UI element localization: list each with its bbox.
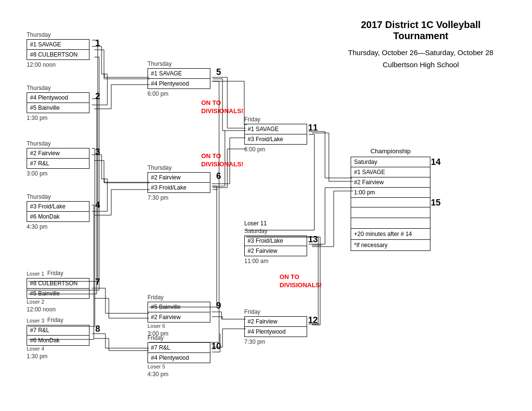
match-9-team1: #5 Bainville	[148, 302, 210, 312]
match-7-team1: #8 CULBERTSON	[27, 279, 89, 289]
match-9-loser-label: Loser 6	[148, 323, 210, 329]
match-13-container: Loser 11 Saturday 13 #3 Froid/Lake #2 Fa…	[244, 220, 307, 264]
match-4-day: Thursday	[27, 193, 89, 200]
match-10-loser-label: Loser 5	[148, 364, 210, 369]
match-2-num: 2	[95, 91, 100, 102]
match-11-container: Friday 11 #1 SAVAGE #3 Froid/Lake 6:00 p…	[244, 116, 307, 153]
match-3-team1: #2 Fairview	[27, 148, 89, 159]
match-8-day: Friday	[47, 317, 63, 323]
match-8-loser4-label: Loser 4	[27, 346, 44, 352]
tournament-venue: Culbertson High School	[339, 60, 503, 69]
tournament-dates: Thursday, October 26—Saturday, October 2…	[339, 48, 503, 57]
match-3-day: Thursday	[27, 140, 89, 147]
match-4-time: 4:30 pm	[27, 223, 89, 230]
match-14-team2: #2 Fairview	[351, 177, 430, 188]
championship-box: Saturday 14 #1 SAVAGE #2 Fairview 1:00 p…	[351, 157, 430, 251]
match-4-container: Thursday 4 #3 Froid/Lake #6 MonDak 4:30 …	[27, 193, 89, 230]
match-13-num: 13	[308, 235, 318, 245]
match-11-time: 6:00 pm	[244, 146, 307, 153]
match-2-day: Thursday	[27, 85, 89, 91]
match-3-box: #2 Fairview #7 R&L	[27, 148, 89, 169]
match-11-num: 11	[308, 123, 318, 133]
match-4-box: #3 Froid/Lake #6 MonDak	[27, 201, 89, 222]
match-2-time: 1:30 pm	[27, 115, 89, 121]
match-14-num: 14	[431, 157, 441, 167]
match-2-team2: #5 Bainville	[27, 103, 89, 113]
match-3-time: 3:00 pm	[27, 170, 89, 177]
match-7-loser2-label: Loser 2	[27, 299, 44, 305]
match-5-container: Thursday 5 #1 SAVAGE #4 Plentywood 6:00 …	[148, 60, 210, 97]
match-8-container: Loser 3 Friday 8 #7 R&L #6 MonDak Loser …	[27, 317, 89, 360]
match-5-time: 6:00 pm	[148, 90, 210, 97]
match-7-loser1-label: Loser 1	[27, 271, 44, 277]
championship-label: Championship	[351, 147, 430, 155]
match-6-num: 6	[216, 171, 221, 181]
match-9-team2: #2 Fairview	[148, 312, 210, 322]
match-1-day: Thursday	[27, 31, 89, 38]
match-6-time: 7:30 pm	[148, 194, 210, 201]
match-4-team1: #3 Froid/Lake	[27, 202, 89, 212]
match-14-team1: #1 SAVAGE	[351, 167, 430, 177]
match-10-time: 4:30 pm	[148, 371, 210, 378]
match-13-time: 11:00 am	[244, 258, 307, 264]
match-12-team1: #2 Fairview	[245, 317, 307, 327]
match-15-team1	[351, 207, 430, 218]
match-5-day: Thursday	[148, 60, 210, 67]
match-1-team2: #8 CULBERTSON	[27, 50, 89, 59]
match-8-team1: #7 R&L	[27, 325, 89, 336]
match-8-num: 8	[95, 324, 100, 334]
match-10-day: Friday	[148, 335, 210, 341]
match-3-team2: #7 R&L	[27, 159, 89, 168]
match-2-container: Thursday 2 #4 Plentywood #5 Bainville 1:…	[27, 85, 89, 121]
match-2-team1: #4 Plentywood	[27, 93, 89, 103]
on-to-div-3: ON TODIVISIONALS!	[280, 273, 322, 290]
match-13-loser-from: Loser 11	[244, 220, 307, 227]
match-1-time: 12:00 noon	[27, 61, 89, 68]
match-10-box: #7 R&L #4 Plentywood	[148, 342, 210, 363]
match-15-num: 15	[431, 198, 441, 208]
match-7-container: Loser 1 Friday 7 #8 CULBERTSON #5 Bainvi…	[27, 270, 89, 313]
match-5-num: 5	[216, 67, 221, 77]
match-12-num: 12	[308, 315, 318, 325]
match-13-box: #3 Froid/Lake #2 Fairview	[244, 235, 307, 256]
match-10-num: 10	[211, 341, 221, 352]
match-11-team1: #1 SAVAGE	[245, 124, 307, 134]
match-1-num: 1	[95, 38, 100, 48]
on-to-div-1: ON TODIVISIONALS!	[201, 99, 243, 116]
match-11-box: #1 SAVAGE #3 Froid/Lake	[244, 124, 307, 145]
match-3-container: Thursday 3 #2 Fairview #7 R&L 3:00 pm	[27, 140, 89, 177]
match-10-team1: #7 R&L	[148, 343, 210, 353]
match-1-container: Thursday 1 #1 SAVAGE #8 CULBERTSON 12:00…	[27, 31, 89, 68]
match-9-num: 9	[216, 301, 221, 311]
title-area: 2017 District 1C Volleyball Tournament T…	[339, 19, 503, 73]
match-4-num: 4	[95, 200, 100, 210]
match-6-team1: #2 Fairview	[148, 173, 210, 183]
match-12-container: Friday 12 #2 Fairview #4 Plentywood 7:30…	[244, 308, 307, 345]
match-8-box: #7 R&L #6 MonDak	[27, 325, 89, 346]
match-1-box: #1 SAVAGE #8 CULBERTSON	[27, 39, 89, 60]
match-13-team2: #2 Fairview	[245, 246, 307, 256]
match-12-team2: #4 Plentywood	[245, 327, 307, 337]
match-15-notes2: *If necessary	[351, 240, 430, 250]
match-9-container: Friday 9 #5 Bainville #2 Fairview Loser …	[148, 294, 210, 337]
on-to-div-1-text: ON TODIVISIONALS!	[201, 99, 243, 116]
match-5-box: #1 SAVAGE #4 Plentywood	[148, 68, 210, 89]
match-11-day: Friday	[244, 116, 307, 123]
championship-container: Championship Saturday 14 #1 SAVAGE #2 Fa…	[351, 147, 430, 251]
match-7-time: 12:00 noon	[27, 306, 89, 313]
match-14-time: 1:00 pm	[351, 188, 430, 198]
match-6-team2: #3 Froid/Lake	[148, 183, 210, 192]
on-to-div-2-text: ON TODIVISIONALS!	[201, 152, 243, 169]
on-to-div-2: ON TODIVISIONALS!	[201, 152, 243, 169]
match-12-day: Friday	[244, 308, 307, 315]
match-11-team2: #3 Froid/Lake	[245, 134, 307, 144]
match-10-team2: #4 Plentywood	[148, 353, 210, 363]
match-9-box: #5 Bainville #2 Fairview	[148, 302, 210, 323]
match-10-container: Friday 10 #7 R&L #4 Plentywood Loser 5 4…	[148, 335, 210, 378]
match-6-container: Thursday 6 #2 Fairview #3 Froid/Lake 7:3…	[148, 164, 210, 201]
on-to-div-3-text: ON TODIVISIONALS!	[280, 273, 322, 290]
match-7-day: Friday	[47, 270, 63, 277]
match-15-notes1: +20 minutes after # 14	[351, 229, 430, 240]
match-9-day: Friday	[148, 294, 210, 301]
match-8-time: 1:30 pm	[27, 353, 89, 360]
